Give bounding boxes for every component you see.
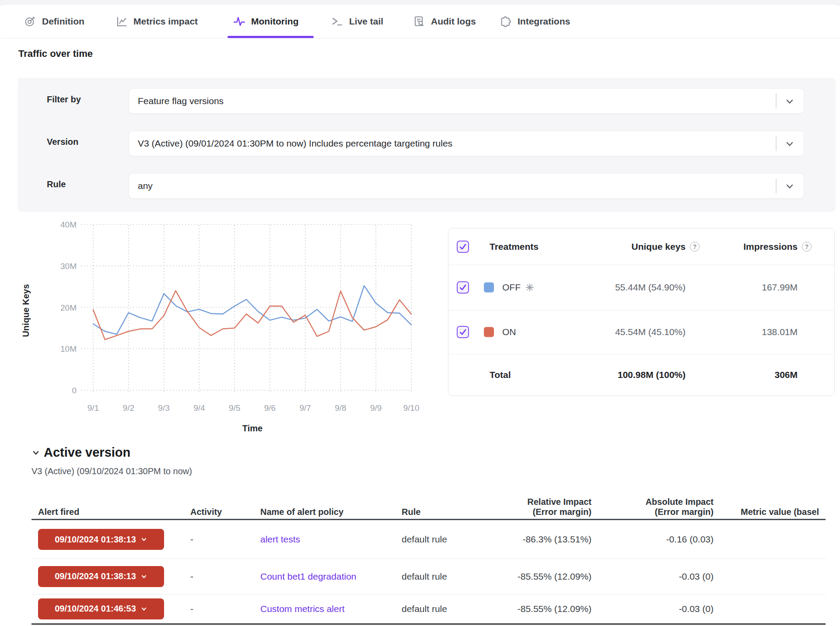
- absolute-impact-cell: -0.03 (0): [622, 604, 714, 614]
- alerts-table: Alert fired Activity Name of alert polic…: [32, 486, 827, 626]
- puzzle-icon: [500, 15, 512, 28]
- on-checkbox[interactable]: [457, 326, 469, 338]
- page-title: Traffic over time: [18, 48, 93, 59]
- select-divider: [776, 178, 777, 193]
- help-icon[interactable]: [802, 242, 812, 252]
- alert-fired-button[interactable]: 09/10/2024 01:38:13: [38, 529, 164, 550]
- filter-panel: Filter by Feature flag versions Version …: [18, 78, 836, 212]
- select-all-checkbox[interactable]: [457, 241, 469, 253]
- tab-label: Integrations: [518, 16, 570, 27]
- traffic-chart-svg: 010M20M30M40M9/19/29/39/49/59/69/79/89/9…: [18, 221, 433, 440]
- col-header-policy: Name of alert policy: [260, 486, 343, 517]
- treatment-name: ON: [502, 327, 516, 337]
- on-color-swatch: [484, 327, 494, 337]
- alert-fired-button[interactable]: 09/10/2024 01:38:13: [38, 566, 164, 587]
- absolute-impact-cell: -0.03 (0): [622, 571, 714, 582]
- off-checkbox[interactable]: [457, 281, 469, 294]
- series-line-on: [93, 291, 411, 340]
- y-tick-label: 10M: [60, 344, 77, 353]
- tab-definition[interactable]: Definition: [24, 5, 84, 38]
- x-tick-label: 9/4: [193, 403, 205, 413]
- treatments-header-row: Treatments Unique keys Impressions: [448, 228, 834, 265]
- rule-cell: default rule: [402, 571, 447, 582]
- x-tick-label: 9/3: [158, 403, 169, 413]
- activity-cell: -: [190, 604, 193, 614]
- alert-fired-timestamp: 09/10/2024 01:38:13: [55, 535, 136, 545]
- rule-select[interactable]: any: [129, 173, 804, 199]
- version-label: Version: [47, 137, 121, 147]
- impressions-value: 138.01M: [693, 327, 798, 337]
- col-header-activity: Activity: [190, 486, 222, 517]
- header-line: (Error margin): [533, 507, 592, 517]
- alert-fired-button[interactable]: 09/10/2024 01:46:53: [38, 598, 164, 619]
- y-tick-label: 20M: [60, 303, 77, 312]
- off-color-swatch: [484, 283, 494, 293]
- metric-value-cell: 0.19 (: [741, 534, 827, 545]
- y-tick-label: 40M: [60, 221, 77, 229]
- relative-impact-cell: -86.3% (13.51%): [469, 534, 592, 545]
- active-tab-underline: [228, 36, 314, 38]
- audit-document-icon: [413, 15, 425, 28]
- x-tick-label: 9/9: [370, 403, 382, 413]
- tab-live-tail[interactable]: Live tail: [331, 5, 383, 38]
- select-divider: [776, 94, 777, 108]
- select-divider: [776, 136, 777, 151]
- rule-value: any: [138, 174, 153, 198]
- x-axis-title: Time: [242, 423, 262, 433]
- col-header-relative-impact: Relative Impact (Error margin): [469, 486, 592, 517]
- total-unique-keys: 100.98M (100%): [580, 370, 686, 380]
- x-tick-label: 9/6: [264, 403, 276, 413]
- total-impressions: 306M: [693, 370, 798, 380]
- active-version-header[interactable]: Active version: [32, 445, 130, 460]
- tab-integrations[interactable]: Integrations: [500, 5, 570, 38]
- x-tick-label: 9/1: [88, 403, 99, 413]
- unique-keys-value: 55.44M (54.90%): [580, 282, 686, 293]
- unique-keys-column-header: Unique keys: [580, 241, 686, 252]
- tab-label: Audit logs: [431, 16, 476, 27]
- tab-monitoring[interactable]: Monitoring: [233, 5, 298, 38]
- rule-cell: default rule: [402, 534, 447, 545]
- alert-policy-link[interactable]: Count bet1 degradation: [260, 571, 357, 582]
- monitoring-page: Definition Metrics impact Monitoring Liv…: [0, 0, 840, 626]
- treatments-total-row: Total 100.98M (100%) 306M: [448, 354, 834, 395]
- chevron-down-icon: [784, 181, 795, 192]
- treatment-row-on: ON 45.54M (45.10%) 138.01M: [448, 310, 834, 354]
- rule-cell: default rule: [402, 604, 447, 614]
- chevron-down-icon: [140, 573, 147, 580]
- x-tick-label: 9/8: [335, 403, 346, 413]
- chevron-down-icon: [784, 139, 795, 149]
- tab-audit-logs[interactable]: Audit logs: [413, 5, 476, 38]
- metric-value-cell: 0.03 (: [741, 571, 827, 582]
- tab-label: Metrics impact: [133, 16, 198, 27]
- filter-by-label: Filter by: [47, 94, 121, 105]
- version-select[interactable]: V3 (Active) (09/01/2024 01:30PM to now) …: [129, 131, 804, 156]
- metrics-chart-icon: [116, 15, 128, 28]
- treatments-column-header: Treatments: [490, 241, 539, 252]
- series-line-off: [93, 286, 411, 334]
- unique-keys-value: 45.54M (45.10%): [580, 327, 686, 337]
- traffic-chart: 010M20M30M40M9/19/29/39/49/59/69/79/89/9…: [18, 221, 433, 440]
- alert-policy-link[interactable]: alert tests: [260, 534, 300, 545]
- alert-policy-link[interactable]: Custom metrics alert: [260, 604, 345, 614]
- rule-label: Rule: [47, 179, 121, 189]
- filter-by-select[interactable]: Feature flag versions: [129, 88, 804, 114]
- alert-row: 09/10/2024 01:46:53 - Custom metrics ale…: [32, 594, 827, 623]
- y-axis-title: Unique Keys: [21, 284, 31, 337]
- tab-metrics-impact[interactable]: Metrics impact: [116, 5, 198, 38]
- header-line: Relative Impact: [527, 497, 592, 507]
- tab-label: Monitoring: [251, 16, 298, 27]
- filter-by-value: Feature flag versions: [138, 89, 224, 113]
- header-line: (Error margin): [655, 507, 714, 517]
- alert-row: 09/10/2024 01:38:13 - alert tests defaul…: [32, 520, 827, 559]
- alert-fired-timestamp: 09/10/2024 01:38:13: [55, 571, 136, 581]
- impressions-value: 167.99M: [693, 282, 798, 293]
- tab-label: Live tail: [349, 16, 383, 27]
- total-label: Total: [490, 370, 511, 380]
- relative-impact-cell: -85.55% (12.09%): [469, 604, 592, 614]
- activity-cell: -: [190, 571, 193, 582]
- definition-target-icon: [24, 15, 36, 28]
- col-header-absolute-impact: Absolute Impact (Error margin): [622, 486, 714, 517]
- activity-cell: -: [190, 534, 193, 545]
- relative-impact-cell: -85.55% (12.09%): [469, 571, 592, 582]
- active-version-subtitle: V3 (Active) (09/10/2024 01:30PM to now): [32, 466, 192, 476]
